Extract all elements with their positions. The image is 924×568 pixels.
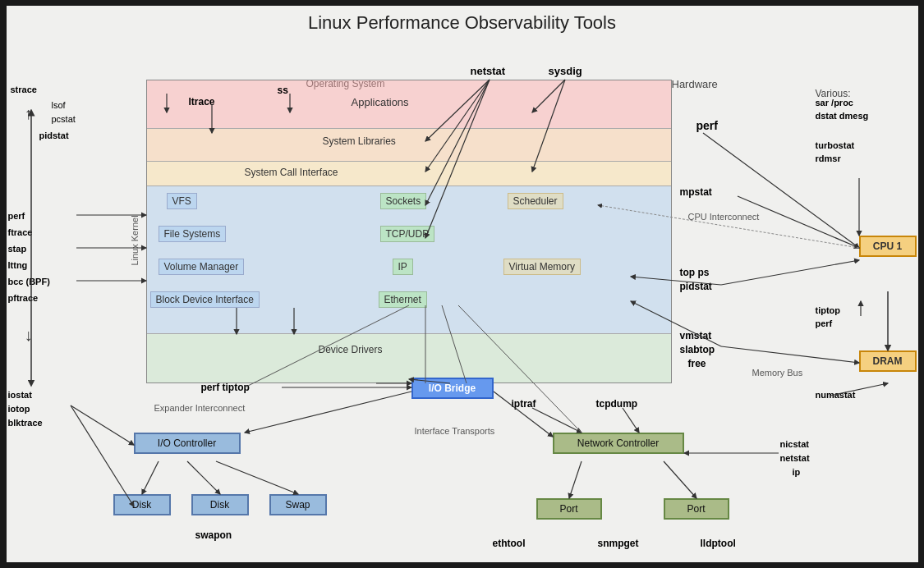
linux-kernel-label: Linux Kernel	[129, 215, 139, 265]
syslib-label: System Libraries	[323, 135, 396, 147]
tool-rdmsr: rdmsr	[816, 153, 841, 163]
tool-perf-tiptop: perf tiptop	[201, 382, 250, 393]
hardware-label: Hardware	[672, 78, 718, 90]
applications-label: Applications	[352, 96, 409, 108]
tool-turbostat: turbostat	[816, 140, 855, 150]
tool-pidstat-hw: pidstat	[680, 281, 712, 292]
tcpudp-label: TCP/UDP	[380, 226, 435, 242]
tool-sysdig: sysdig	[549, 65, 582, 77]
filesystems-label: File Systems	[159, 226, 227, 242]
tool-iostat: iostat	[8, 390, 32, 400]
disk1-box: Disk	[113, 494, 171, 515]
tool-pftrace: pftrace	[8, 293, 39, 303]
tool-nicstat: nicstat	[780, 439, 809, 449]
port2-box: Port	[664, 498, 729, 520]
tool-netstat: netstat	[471, 65, 506, 77]
tool-perf-cpu: perf	[816, 318, 833, 328]
vfs-label: VFS	[167, 193, 197, 209]
tool-vmstat: vmstat	[680, 330, 712, 341]
svg-line-25	[142, 461, 159, 494]
tool-sar-proc: sar /proc	[816, 98, 853, 108]
tool-iptraf: iptraf	[512, 398, 536, 410]
tool-mpstat: mpstat	[680, 186, 712, 198]
svg-line-34	[623, 408, 639, 433]
interface-transports-label: Interface Transports	[415, 426, 495, 436]
swap-box: Swap	[269, 494, 327, 515]
tool-ltrace: ltrace	[189, 96, 215, 108]
cpu-interconnect-label: CPU Interconnect	[688, 211, 760, 222]
expander-interconnect-label: Expander Interconnect	[154, 403, 246, 413]
memory-bus-label: Memory Bus	[752, 367, 803, 378]
blockdev-label: Block Device Interface	[150, 291, 260, 308]
tool-lsof: lsof	[52, 100, 66, 110]
network-controller-box: Network Controller	[553, 433, 684, 454]
tool-stap: stap	[8, 244, 27, 254]
ethernet-label: Ethernet	[379, 291, 427, 308]
devdrivers-label: Device Drivers	[319, 344, 383, 355]
cpu1-box: CPU 1	[859, 236, 917, 257]
svg-line-33	[532, 408, 582, 433]
tool-top-ps: top ps	[680, 267, 710, 278]
svg-line-36	[664, 461, 696, 498]
tool-snmpget: snmpget	[598, 538, 639, 549]
virtmem-label: Virtual Memory	[503, 259, 581, 275]
tool-pidstat: pidstat	[39, 131, 69, 140]
tool-ethtool: ethtool	[493, 538, 526, 549]
tool-tiptop: tiptop	[816, 305, 841, 315]
main-title: Linux Performance Observability Tools	[7, 6, 918, 37]
svg-line-18	[721, 346, 859, 363]
volmgr-label: Volume Manager	[159, 259, 245, 275]
tool-perf-left: perf	[8, 211, 25, 221]
tool-tcpdump: tcpdump	[596, 398, 638, 410]
tool-numastat: numastat	[816, 390, 856, 400]
tool-strace: strace	[11, 85, 37, 94]
tool-swapon: swapon	[195, 529, 232, 541]
tool-ftrace: ftrace	[8, 227, 33, 237]
syscall-label: System Call Interface	[245, 167, 338, 178]
tool-netstat-hw: netstat	[780, 453, 810, 463]
svg-line-27	[216, 461, 298, 494]
tool-bcc: bcc (BPF)	[8, 277, 50, 286]
svg-line-26	[187, 461, 220, 494]
io-controller-box: I/O Controller	[134, 433, 241, 454]
port1-box: Port	[536, 498, 602, 520]
diagram-container: Linux Performance Observability Tools Op…	[7, 6, 918, 562]
svg-line-24	[71, 405, 134, 506]
tool-perf-hw: perf	[696, 119, 718, 132]
scheduler-label: Scheduler	[508, 193, 563, 209]
tool-ip-hw: ip	[793, 467, 801, 477]
io-bridge-box: I/O Bridge	[411, 378, 494, 399]
svg-line-16	[721, 260, 859, 285]
ip-label: IP	[393, 259, 413, 275]
tool-free: free	[688, 358, 706, 369]
tool-lldptool: lldptool	[701, 538, 736, 549]
tool-blktrace: blktrace	[8, 418, 43, 428]
svg-line-35	[569, 461, 582, 498]
tool-ss: ss	[278, 85, 288, 96]
tool-dstat-dmesg: dstat dmesg	[816, 111, 869, 121]
tool-lttng: lttng	[8, 260, 28, 270]
tool-slabtop: slabtop	[680, 344, 715, 355]
tool-iotop: iotop	[8, 404, 30, 414]
disk2-box: Disk	[191, 494, 249, 515]
dram-box: DRAM	[859, 350, 917, 372]
svg-line-23	[71, 405, 134, 445]
sockets-label: Sockets	[380, 193, 427, 209]
arrow-up-left: ↑	[25, 104, 33, 123]
tool-pcstat: pcstat	[52, 114, 76, 124]
svg-line-31	[245, 392, 411, 433]
svg-line-13	[703, 133, 859, 248]
arrow-down-left: ↓	[25, 326, 33, 345]
